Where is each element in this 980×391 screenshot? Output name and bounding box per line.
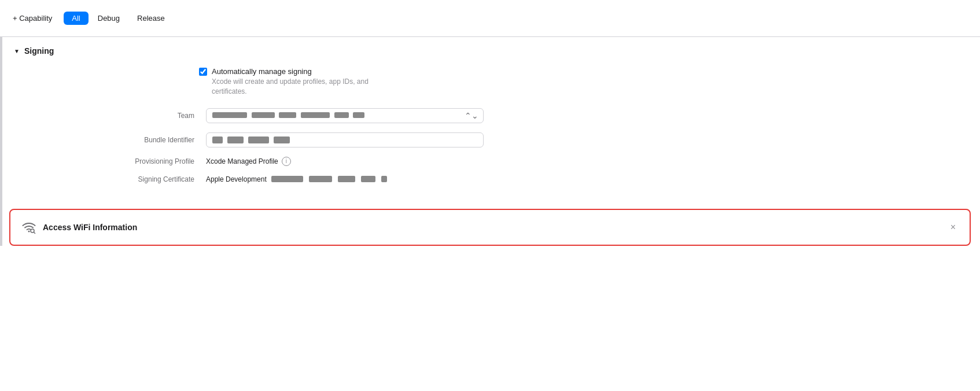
filter-tabs: All Debug Release [64, 12, 172, 25]
bundle-redacted-3 [248, 137, 269, 143]
add-capability-button[interactable]: + Capability [9, 12, 56, 25]
cert-redacted-3 [338, 176, 355, 182]
capability-left: Access WiFi Information [22, 220, 137, 234]
stepper-icon: ⌃⌄ [465, 111, 478, 120]
signing-form-area: Automatically manage signing Xcode will … [14, 67, 966, 183]
add-capability-label: + Capability [13, 14, 52, 23]
team-label: Team [37, 112, 199, 120]
cert-redacted-2 [309, 176, 332, 182]
bundle-identifier-text [211, 137, 291, 143]
redacted-6 [353, 112, 364, 118]
filter-all-tab[interactable]: All [64, 12, 88, 25]
team-row: Team ⌃⌄ [37, 108, 966, 123]
provisioning-profile-row: Provisioning Profile Xcode Managed Profi… [37, 157, 966, 166]
main-content: ▼ Signing Automatically manage signing X… [0, 37, 980, 246]
auto-sign-label-group: Automatically manage signing Xcode will … [212, 67, 374, 97]
cert-redacted-5 [381, 176, 387, 182]
toolbar: + Capability All Debug Release [0, 0, 980, 37]
auto-sign-title: Automatically manage signing [212, 67, 374, 76]
signing-certificate-label: Signing Certificate [37, 175, 199, 183]
info-icon[interactable]: i [282, 157, 291, 166]
redacted-3 [279, 112, 296, 118]
svg-point-0 [28, 230, 30, 232]
signing-certificate-value: Apple Development [206, 175, 267, 183]
cert-redacted-1 [271, 176, 303, 182]
redacted-4 [301, 112, 330, 118]
bundle-redacted-4 [274, 137, 290, 143]
redacted-1 [212, 112, 247, 118]
bundle-redacted-2 [227, 137, 244, 143]
team-select-text [211, 111, 460, 120]
auto-sign-row: Automatically manage signing Xcode will … [199, 67, 966, 97]
bundle-identifier-input[interactable] [206, 132, 484, 147]
svg-line-2 [34, 232, 35, 233]
signing-certificate-value-group: Apple Development [206, 175, 388, 183]
bundle-redacted-1 [212, 137, 223, 143]
disclosure-triangle-icon[interactable]: ▼ [14, 48, 20, 54]
signing-certificate-row: Signing Certificate Apple Development [37, 175, 966, 183]
cert-redacted-4 [361, 176, 375, 182]
capability-title: Access WiFi Information [43, 223, 137, 232]
filter-debug-tab[interactable]: Debug [90, 12, 128, 25]
provisioning-profile-value-group: Xcode Managed Profile i [206, 157, 291, 166]
filter-release-tab[interactable]: Release [129, 12, 173, 25]
provisioning-profile-value: Xcode Managed Profile [206, 157, 278, 165]
bundle-identifier-label: Bundle Identifier [37, 136, 199, 144]
bundle-identifier-row: Bundle Identifier [37, 132, 966, 147]
signing-section-title: Signing [24, 46, 54, 56]
team-select[interactable]: ⌃⌄ [206, 108, 484, 123]
redacted-2 [252, 112, 275, 118]
capability-close-button[interactable]: × [948, 220, 958, 234]
redacted-5 [334, 112, 349, 118]
wifi-icon [22, 220, 36, 234]
provisioning-profile-label: Provisioning Profile [37, 157, 199, 165]
auto-sign-subtitle: Xcode will create and update profiles, a… [212, 77, 374, 97]
capability-section: Access WiFi Information × [9, 209, 971, 246]
access-wifi-capability-card: Access WiFi Information × [9, 209, 971, 246]
auto-manage-signing-checkbox[interactable] [199, 68, 207, 76]
signing-section: ▼ Signing Automatically manage signing X… [0, 37, 980, 197]
signing-section-header: ▼ Signing [14, 46, 966, 56]
